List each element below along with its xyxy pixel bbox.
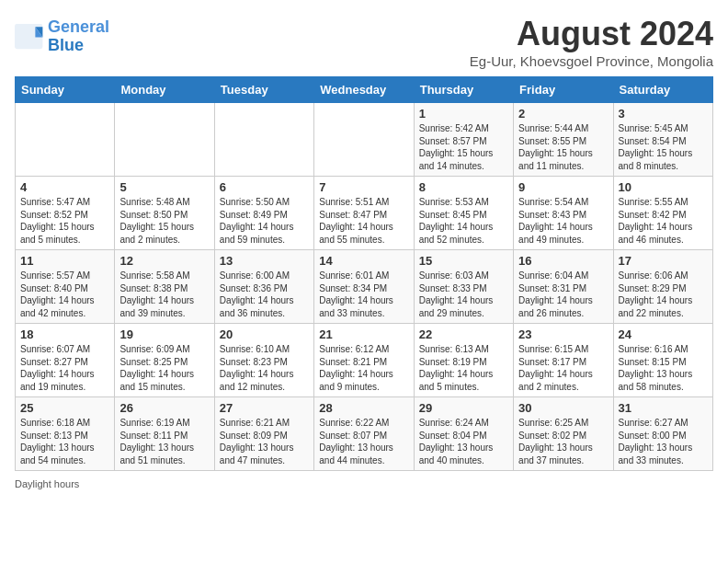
calendar-table: SundayMondayTuesdayWednesdayThursdayFrid… bbox=[15, 76, 713, 471]
column-header-monday: Monday bbox=[115, 77, 214, 103]
day-info: Sunrise: 6:04 AMSunset: 8:31 PMDaylight:… bbox=[518, 270, 608, 319]
week-row-3: 11Sunrise: 5:57 AMSunset: 8:40 PMDayligh… bbox=[16, 250, 713, 324]
day-number: 16 bbox=[518, 254, 608, 268]
column-header-tuesday: Tuesday bbox=[214, 77, 313, 103]
column-header-saturday: Saturday bbox=[613, 77, 712, 103]
calendar-cell: 11Sunrise: 5:57 AMSunset: 8:40 PMDayligh… bbox=[16, 250, 115, 324]
calendar-cell bbox=[16, 103, 115, 177]
day-number: 25 bbox=[20, 401, 109, 415]
column-header-sunday: Sunday bbox=[16, 77, 115, 103]
calendar-cell: 20Sunrise: 6:10 AMSunset: 8:23 PMDayligh… bbox=[214, 324, 313, 397]
day-info: Sunrise: 5:57 AMSunset: 8:40 PMDaylight:… bbox=[20, 270, 109, 319]
title-block: August 2024 Eg-Uur, Khoevsgoel Province,… bbox=[470, 15, 713, 69]
calendar-cell: 31Sunrise: 6:27 AMSunset: 8:00 PMDayligh… bbox=[613, 397, 712, 471]
day-info: Sunrise: 5:50 AMSunset: 8:49 PMDaylight:… bbox=[220, 196, 309, 246]
calendar-cell: 10Sunrise: 5:55 AMSunset: 8:42 PMDayligh… bbox=[613, 177, 712, 250]
footer: Daylight hours bbox=[15, 478, 713, 489]
day-info: Sunrise: 6:27 AMSunset: 8:00 PMDaylight:… bbox=[619, 417, 708, 466]
day-number: 22 bbox=[419, 327, 508, 341]
day-number: 19 bbox=[119, 327, 209, 341]
day-info: Sunrise: 6:00 AMSunset: 8:36 PMDaylight:… bbox=[220, 270, 309, 319]
day-number: 3 bbox=[619, 107, 708, 121]
day-info: Sunrise: 5:58 AMSunset: 8:38 PMDaylight:… bbox=[119, 270, 209, 319]
day-info: Sunrise: 5:45 AMSunset: 8:54 PMDaylight:… bbox=[619, 122, 708, 172]
logo-icon bbox=[15, 24, 44, 50]
day-number: 12 bbox=[119, 254, 209, 268]
day-info: Sunrise: 6:10 AMSunset: 8:23 PMDaylight:… bbox=[220, 343, 309, 393]
calendar-cell: 2Sunrise: 5:44 AMSunset: 8:55 PMDaylight… bbox=[514, 103, 613, 177]
day-number: 21 bbox=[319, 327, 408, 341]
day-info: Sunrise: 5:42 AMSunset: 8:57 PMDaylight:… bbox=[419, 122, 508, 172]
day-info: Sunrise: 6:19 AMSunset: 8:11 PMDaylight:… bbox=[119, 417, 209, 466]
day-info: Sunrise: 5:51 AMSunset: 8:47 PMDaylight:… bbox=[319, 196, 408, 246]
day-info: Sunrise: 6:15 AMSunset: 8:17 PMDaylight:… bbox=[518, 343, 608, 393]
day-number: 1 bbox=[419, 107, 508, 121]
week-row-5: 25Sunrise: 6:18 AMSunset: 8:13 PMDayligh… bbox=[16, 397, 713, 471]
day-info: Sunrise: 6:06 AMSunset: 8:29 PMDaylight:… bbox=[619, 270, 708, 319]
day-info: Sunrise: 6:01 AMSunset: 8:34 PMDaylight:… bbox=[319, 270, 408, 319]
week-row-4: 18Sunrise: 6:07 AMSunset: 8:27 PMDayligh… bbox=[16, 324, 713, 397]
calendar-cell: 17Sunrise: 6:06 AMSunset: 8:29 PMDayligh… bbox=[613, 250, 712, 324]
day-info: Sunrise: 6:03 AMSunset: 8:33 PMDaylight:… bbox=[419, 270, 508, 319]
day-number: 14 bbox=[319, 254, 408, 268]
day-number: 6 bbox=[220, 180, 309, 194]
calendar-cell: 30Sunrise: 6:25 AMSunset: 8:02 PMDayligh… bbox=[514, 397, 613, 471]
day-info: Sunrise: 5:48 AMSunset: 8:50 PMDaylight:… bbox=[119, 196, 209, 246]
day-info: Sunrise: 6:22 AMSunset: 8:07 PMDaylight:… bbox=[319, 417, 408, 466]
calendar-cell: 12Sunrise: 5:58 AMSunset: 8:38 PMDayligh… bbox=[115, 250, 214, 324]
day-info: Sunrise: 6:16 AMSunset: 8:15 PMDaylight:… bbox=[619, 343, 708, 393]
day-info: Sunrise: 5:53 AMSunset: 8:45 PMDaylight:… bbox=[419, 196, 508, 246]
day-number: 27 bbox=[220, 401, 309, 415]
day-number: 30 bbox=[518, 401, 608, 415]
calendar-cell: 7Sunrise: 5:51 AMSunset: 8:47 PMDaylight… bbox=[314, 177, 414, 250]
calendar-cell: 5Sunrise: 5:48 AMSunset: 8:50 PMDaylight… bbox=[115, 177, 214, 250]
calendar-cell bbox=[214, 103, 313, 177]
daylight-label: Daylight hours bbox=[15, 478, 79, 489]
logo-text: General Blue bbox=[48, 18, 109, 55]
day-number: 29 bbox=[419, 401, 508, 415]
day-number: 7 bbox=[319, 180, 408, 194]
header-row: SundayMondayTuesdayWednesdayThursdayFrid… bbox=[16, 77, 713, 103]
day-number: 8 bbox=[419, 180, 508, 194]
calendar-cell: 23Sunrise: 6:15 AMSunset: 8:17 PMDayligh… bbox=[514, 324, 613, 397]
day-info: Sunrise: 6:09 AMSunset: 8:25 PMDaylight:… bbox=[119, 343, 209, 393]
day-number: 2 bbox=[518, 107, 608, 121]
calendar-cell: 8Sunrise: 5:53 AMSunset: 8:45 PMDaylight… bbox=[414, 177, 513, 250]
calendar-cell: 18Sunrise: 6:07 AMSunset: 8:27 PMDayligh… bbox=[16, 324, 115, 397]
calendar-header: SundayMondayTuesdayWednesdayThursdayFrid… bbox=[16, 77, 713, 103]
calendar-cell bbox=[115, 103, 214, 177]
calendar-cell: 9Sunrise: 5:54 AMSunset: 8:43 PMDaylight… bbox=[514, 177, 613, 250]
day-number: 28 bbox=[319, 401, 408, 415]
day-number: 24 bbox=[619, 327, 708, 341]
day-info: Sunrise: 6:21 AMSunset: 8:09 PMDaylight:… bbox=[220, 417, 309, 466]
day-number: 4 bbox=[20, 180, 109, 194]
day-info: Sunrise: 5:54 AMSunset: 8:43 PMDaylight:… bbox=[518, 196, 608, 246]
day-info: Sunrise: 5:55 AMSunset: 8:42 PMDaylight:… bbox=[619, 196, 708, 246]
day-number: 11 bbox=[20, 254, 109, 268]
week-row-2: 4Sunrise: 5:47 AMSunset: 8:52 PMDaylight… bbox=[16, 177, 713, 250]
subtitle: Eg-Uur, Khoevsgoel Province, Mongolia bbox=[470, 53, 713, 69]
calendar-cell: 1Sunrise: 5:42 AMSunset: 8:57 PMDaylight… bbox=[414, 103, 513, 177]
calendar-cell: 4Sunrise: 5:47 AMSunset: 8:52 PMDaylight… bbox=[16, 177, 115, 250]
calendar-cell: 19Sunrise: 6:09 AMSunset: 8:25 PMDayligh… bbox=[115, 324, 214, 397]
column-header-friday: Friday bbox=[514, 77, 613, 103]
week-row-1: 1Sunrise: 5:42 AMSunset: 8:57 PMDaylight… bbox=[16, 103, 713, 177]
day-number: 18 bbox=[20, 327, 109, 341]
day-number: 15 bbox=[419, 254, 508, 268]
calendar-cell: 21Sunrise: 6:12 AMSunset: 8:21 PMDayligh… bbox=[314, 324, 414, 397]
day-number: 10 bbox=[619, 180, 708, 194]
day-info: Sunrise: 6:24 AMSunset: 8:04 PMDaylight:… bbox=[419, 417, 508, 466]
day-info: Sunrise: 6:07 AMSunset: 8:27 PMDaylight:… bbox=[20, 343, 109, 393]
day-number: 20 bbox=[220, 327, 309, 341]
day-info: Sunrise: 6:13 AMSunset: 8:19 PMDaylight:… bbox=[419, 343, 508, 393]
day-info: Sunrise: 5:44 AMSunset: 8:55 PMDaylight:… bbox=[518, 122, 608, 172]
calendar-cell: 28Sunrise: 6:22 AMSunset: 8:07 PMDayligh… bbox=[314, 397, 414, 471]
day-number: 26 bbox=[119, 401, 209, 415]
day-number: 17 bbox=[619, 254, 708, 268]
day-number: 5 bbox=[119, 180, 209, 194]
logo: General Blue bbox=[15, 18, 109, 55]
calendar-cell: 25Sunrise: 6:18 AMSunset: 8:13 PMDayligh… bbox=[16, 397, 115, 471]
calendar-cell: 22Sunrise: 6:13 AMSunset: 8:19 PMDayligh… bbox=[414, 324, 513, 397]
calendar-cell: 29Sunrise: 6:24 AMSunset: 8:04 PMDayligh… bbox=[414, 397, 513, 471]
calendar-cell: 3Sunrise: 5:45 AMSunset: 8:54 PMDaylight… bbox=[613, 103, 712, 177]
